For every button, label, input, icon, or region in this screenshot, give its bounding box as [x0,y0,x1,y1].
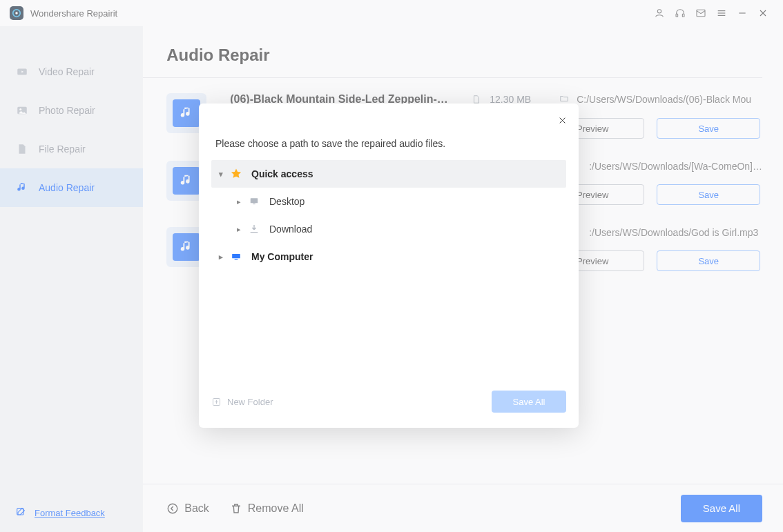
monitor-icon [247,195,261,208]
svg-rect-22 [232,254,240,258]
download-icon [247,222,261,236]
dialog-footer: New Folder Save All [199,380,579,428]
tree-label: Desktop [269,196,304,207]
chevron-right-icon: ▸ [215,253,226,262]
chevron-right-icon: ▸ [233,197,244,206]
dialog-close-button[interactable] [554,112,570,128]
chevron-right-icon: ▸ [233,225,244,234]
chevron-down-icon: ▾ [215,170,226,179]
new-folder-button[interactable]: New Folder [211,397,273,407]
tree-download[interactable]: ▸ Download [211,215,566,243]
tree-quick-access[interactable]: ▾ Quick access [211,160,566,188]
tree-label: Quick access [251,168,313,179]
svg-rect-23 [235,259,238,260]
tree-label: Download [269,224,312,235]
star-icon [229,167,243,181]
svg-rect-20 [251,198,258,203]
save-path-dialog: Please choose a path to save the repaire… [199,104,579,428]
dialog-instruction: Please choose a path to save the repaire… [199,104,579,160]
tree-my-computer[interactable]: ▸ My Computer [211,243,566,270]
tree-label: My Computer [251,251,313,262]
computer-icon [229,250,243,264]
svg-rect-21 [253,204,255,204]
dialog-save-all-button[interactable]: Save All [492,391,566,413]
tree-desktop[interactable]: ▸ Desktop [211,188,566,215]
folder-tree: ▾ Quick access ▸ Desktop ▸ Download ▸ My… [211,160,566,270]
